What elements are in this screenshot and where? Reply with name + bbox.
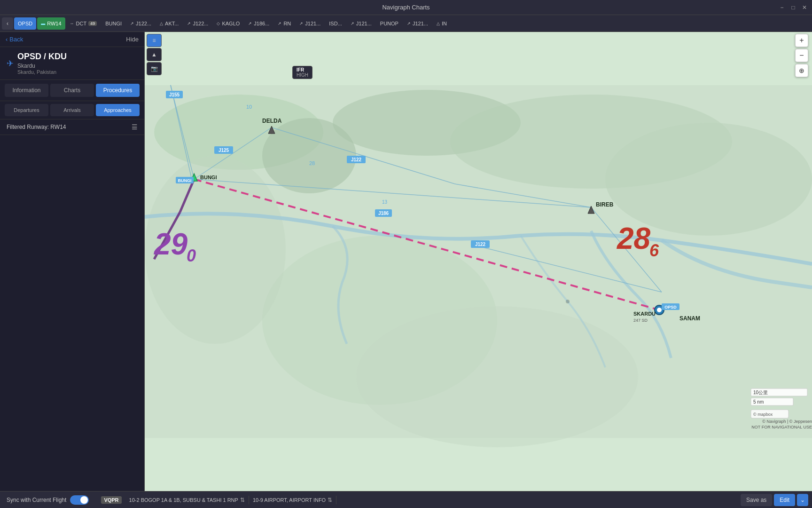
svg-point-24 xyxy=(657,308,662,312)
svg-point-4 xyxy=(605,123,812,236)
airway-icon-5: ↗ xyxy=(351,21,354,26)
tab-kaglo-label: KAGLO xyxy=(222,21,240,26)
in-icon: △ xyxy=(437,21,440,26)
tab-punop-label: PUNOP xyxy=(380,21,398,26)
svg-point-8 xyxy=(262,118,356,193)
save-as-button[interactable]: Save as xyxy=(741,494,772,506)
airway-icon-3: ↗ xyxy=(248,21,252,26)
tab-kaglo[interactable]: ◇ KAGLO xyxy=(213,17,243,30)
airway-icon-1: ↗ xyxy=(130,21,134,26)
tab-opsd[interactable]: OPSD xyxy=(14,17,36,30)
chart-button[interactable]: 📷 xyxy=(147,62,162,75)
chart-item-1-label: 10-2 BOGOP 1A & 1B, SUBSU & TASHI 1 RNP xyxy=(129,497,238,503)
sidebar: ‹ Back Hide ✈ OPSD / KDU Skardu Skardu, … xyxy=(0,32,145,491)
svg-text:29: 29 xyxy=(154,227,188,261)
sync-toggle[interactable] xyxy=(70,495,89,505)
tab-approaches[interactable]: Approaches xyxy=(96,104,140,116)
sidebar-tabs: Information Charts Procedures xyxy=(0,80,144,101)
minimize-button[interactable]: − xyxy=(778,4,786,11)
svg-text:DELDA: DELDA xyxy=(262,118,282,124)
tab-rn[interactable]: ↗ RN xyxy=(274,17,295,30)
tab-punop[interactable]: PUNOP xyxy=(376,17,402,30)
tab-akt[interactable]: △ AKT... xyxy=(156,17,182,30)
airport-code: OPSD / KDU xyxy=(17,52,67,62)
bottom-bar: Sync with Current Flight VQPR 10-2 BOGOP… xyxy=(0,491,812,508)
zoom-in-button[interactable]: + xyxy=(795,34,808,47)
tab-rw14-label: RW14 xyxy=(47,21,61,26)
svg-text:J186: J186 xyxy=(378,211,389,216)
map-area[interactable]: J155 J125 J122 J186 13 J122 10 28 BUNGI … xyxy=(145,32,812,491)
airport-location: Skardu, Pakistan xyxy=(17,69,67,75)
sync-label: Sync with Current Flight xyxy=(7,497,66,503)
map-left-controls: IFR HIGH ≡ ▲ 📷 xyxy=(145,32,164,77)
map-right-controls: + − ⊕ xyxy=(795,34,808,77)
tab-j122-2-label: J122... xyxy=(193,21,208,26)
tab-opsd-label: OPSD xyxy=(18,21,32,26)
airport-icon: ✈ xyxy=(7,58,14,69)
map-svg: J155 J125 J122 J186 13 J122 10 28 BUNGI … xyxy=(145,32,812,491)
high-label: HIGH xyxy=(297,72,308,78)
svg-text:OPSD: OPSD xyxy=(664,305,677,310)
svg-text:10公里: 10公里 xyxy=(753,390,768,395)
sidebar-header: ‹ Back Hide xyxy=(0,32,144,47)
tab-departures[interactable]: Departures xyxy=(5,104,48,116)
nav-prev-button[interactable]: ‹ xyxy=(2,17,13,30)
tab-in-label: IN xyxy=(442,21,447,26)
svg-point-60 xyxy=(566,300,570,303)
tab-information[interactable]: Information xyxy=(5,84,48,97)
tab-arrivals[interactable]: Arrivals xyxy=(50,104,94,116)
compass-button[interactable]: ⊕ xyxy=(795,64,808,77)
north-button[interactable]: ▲ xyxy=(147,48,162,61)
airport-name: Skardu xyxy=(17,63,67,69)
svg-text:10: 10 xyxy=(246,104,252,110)
tab-j186[interactable]: ↗ J186... xyxy=(244,17,273,30)
window-title: Navigraph Charts xyxy=(382,4,429,11)
filter-icon[interactable]: ☰ xyxy=(132,123,138,131)
svg-text:247 SD: 247 SD xyxy=(633,318,648,323)
svg-point-7 xyxy=(356,306,638,447)
close-button[interactable]: ✕ xyxy=(801,4,808,11)
tab-charts[interactable]: Charts xyxy=(50,84,94,97)
svg-text:J122: J122 xyxy=(475,242,486,247)
tab-bungi[interactable]: BUNGI xyxy=(102,17,125,30)
svg-text:BIREB: BIREB xyxy=(596,201,614,208)
tab-j121-2[interactable]: ↗ J121... xyxy=(347,17,375,30)
edit-button[interactable]: Edit xyxy=(774,494,795,506)
tab-j121-3[interactable]: ↗ J121... xyxy=(403,17,432,30)
edit-label: Edit xyxy=(780,497,789,503)
expand-button[interactable]: ⌄ xyxy=(797,494,808,506)
chart-swap-icon-1[interactable]: ⇅ xyxy=(240,497,245,503)
tab-rw14[interactable]: ▬ RW14 xyxy=(37,17,65,30)
zoom-out-button[interactable]: − xyxy=(795,49,808,62)
tab-j121-1-label: J121... xyxy=(305,21,320,26)
maximize-button[interactable]: □ xyxy=(789,4,797,11)
airway-icon-2: ↗ xyxy=(187,21,191,26)
layers-button[interactable]: ≡ xyxy=(147,34,162,47)
back-button[interactable]: ‹ Back xyxy=(6,36,23,43)
svg-text:© Navigraph | © Jeppesen: © Navigraph | © Jeppesen xyxy=(762,419,812,424)
svg-text:BUNGI: BUNGI xyxy=(178,178,192,183)
svg-text:5 nm: 5 nm xyxy=(753,399,764,405)
tab-procedures[interactable]: Procedures xyxy=(96,84,140,97)
svg-text:SKARDU: SKARDU xyxy=(633,311,656,317)
tab-rn-label: RN xyxy=(283,21,291,26)
tab-j121-2-label: J121... xyxy=(356,21,372,26)
chart-item-2[interactable]: 10-9 AIRPORT, AIRPORT INFO ⇅ xyxy=(249,496,336,504)
svg-text:J125: J125 xyxy=(219,148,229,153)
chart-item-1[interactable]: 10-2 BOGOP 1A & 1B, SUBSU & TASHI 1 RNP … xyxy=(125,496,249,504)
tab-j121-1[interactable]: ↗ J121... xyxy=(296,17,324,30)
svg-text:BUNGI: BUNGI xyxy=(200,175,217,180)
tab-isd[interactable]: ISD... xyxy=(325,17,346,30)
back-label: Back xyxy=(9,36,23,43)
tab-j122-2[interactable]: ↗ J122... xyxy=(183,17,212,30)
svg-text:6: 6 xyxy=(649,241,659,260)
chart-item-2-label: 10-9 AIRPORT, AIRPORT INFO xyxy=(253,497,326,503)
chart-swap-icon-2[interactable]: ⇅ xyxy=(328,497,332,503)
tab-j121-3-label: J121... xyxy=(413,21,428,26)
tab-dct[interactable]: ↔ DCT 49 xyxy=(66,17,101,30)
hide-button[interactable]: Hide xyxy=(126,36,139,43)
airport-info: ✈ OPSD / KDU Skardu Skardu, Pakistan xyxy=(0,47,144,80)
tab-j122-1[interactable]: ↗ J122... xyxy=(126,17,155,30)
tab-in[interactable]: △ IN xyxy=(433,17,451,30)
bottom-right-actions: Save as Edit ⌄ xyxy=(741,494,812,506)
